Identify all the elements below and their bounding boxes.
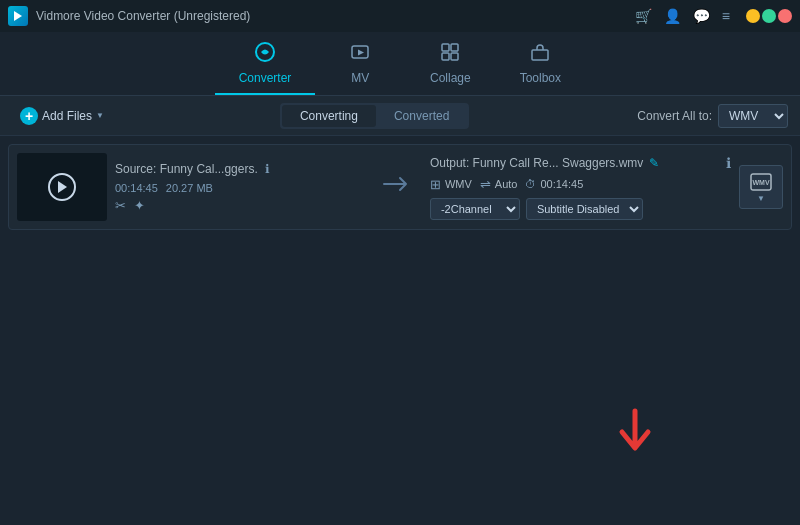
add-files-label: Add Files [42,109,92,123]
status-tab-converting[interactable]: Converting [282,105,376,127]
toolbox-icon [529,41,551,68]
add-files-dropdown-arrow: ▼ [96,111,104,120]
file-actions: ✂ ✦ [115,198,366,213]
window-controls [746,9,792,23]
tab-toolbox-label: Toolbox [520,71,561,85]
convert-all-to-label: Convert All to: [637,109,712,123]
tab-mv-label: MV [351,71,369,85]
output-label: Output: Funny Call Re... Swaggers.wmv [430,156,643,170]
format-select[interactable]: WMV MP4 AVI MOV [718,104,788,128]
file-meta: 00:14:45 20.27 MB [115,182,366,194]
format-badge: ⊞ WMV [430,177,472,192]
edit-output-icon[interactable]: ✎ [649,156,659,170]
output-header: Output: Funny Call Re... Swaggers.wmv ✎ … [430,155,731,171]
svg-rect-5 [442,53,449,60]
filesize-label: 20.27 MB [166,182,213,194]
format-icon: ⊞ [430,177,441,192]
converter-icon [254,41,276,68]
cart-icon[interactable]: 🛒 [635,8,652,24]
plus-icon: + [20,107,38,125]
source-info-icon[interactable]: ℹ [265,162,270,176]
tab-collage-label: Collage [430,71,471,85]
status-tab-converted[interactable]: Converted [376,105,467,127]
svg-rect-3 [442,44,449,51]
add-files-button[interactable]: + Add Files ▼ [12,103,112,129]
app-icon [8,6,28,26]
output-info: Output: Funny Call Re... Swaggers.wmv ✎ … [430,155,731,220]
user-icon[interactable]: 👤 [664,8,681,24]
tab-converter-label: Converter [239,71,292,85]
output-duration: 00:14:45 [540,178,583,190]
chat-icon[interactable]: 💬 [693,8,710,24]
settings-icon[interactable]: ✦ [134,198,145,213]
svg-marker-8 [58,181,67,193]
svg-rect-7 [532,50,548,60]
cut-icon[interactable]: ✂ [115,198,126,213]
toolbar: + Add Files ▼ Converting Converted Conve… [0,96,800,136]
svg-marker-0 [14,11,22,21]
file-info: Source: Funny Cal...ggers. ℹ 00:14:45 20… [115,162,366,213]
mv-icon [349,41,371,68]
svg-rect-4 [451,44,458,51]
output-settings: ⊞ WMV ⇌ Auto ⏱ 00:14:45 [430,177,731,192]
file-item-card: Source: Funny Cal...ggers. ℹ 00:14:45 20… [8,144,792,230]
convert-arrow [374,172,422,202]
tab-mv[interactable]: MV [315,33,405,95]
title-bar: Vidmore Video Converter (Unregistered) 🛒… [0,0,800,32]
collage-icon [439,41,461,68]
maximize-button[interactable] [762,9,776,23]
tab-toolbox[interactable]: Toolbox [495,33,585,95]
subtitle-select[interactable]: Subtitle Disabled Subtitle Enabled [526,198,643,220]
output-quality: Auto [495,178,518,190]
play-button[interactable] [48,173,76,201]
convert-all-to: Convert All to: WMV MP4 AVI MOV [637,104,788,128]
time-badge: ⏱ 00:14:45 [525,178,583,190]
tab-bar: Converter MV Collage Toolb [0,32,800,96]
output-info-icon[interactable]: ℹ [726,155,731,171]
duration-label: 00:14:45 [115,182,158,194]
empty-area [0,485,800,525]
svg-text:WMV: WMV [752,179,769,186]
svg-rect-6 [451,53,458,60]
channel-select[interactable]: -2Channel Stereo Mono [430,198,520,220]
output-selects: -2Channel Stereo Mono Subtitle Disabled … [430,198,731,220]
app-title: Vidmore Video Converter (Unregistered) [36,9,635,23]
format-thumbnail[interactable]: WMV ▼ [739,165,783,209]
file-source: Source: Funny Cal...ggers. ℹ [115,162,366,176]
close-button[interactable] [778,9,792,23]
tab-converter[interactable]: Converter [215,33,316,95]
source-label: Source: Funny Cal...ggers. [115,162,258,176]
quality-icon: ⇌ [480,177,491,192]
status-tabs: Converting Converted [280,103,469,129]
menu-icon[interactable]: ≡ [722,8,730,24]
clock-icon: ⏱ [525,178,536,190]
main-content: Source: Funny Cal...ggers. ℹ 00:14:45 20… [0,136,800,485]
title-icons: 🛒 👤 💬 ≡ [635,8,730,24]
output-format: WMV [445,178,472,190]
minimize-button[interactable] [746,9,760,23]
thumbnail [17,153,107,221]
quality-badge: ⇌ Auto [480,177,518,192]
tab-collage[interactable]: Collage [405,33,495,95]
